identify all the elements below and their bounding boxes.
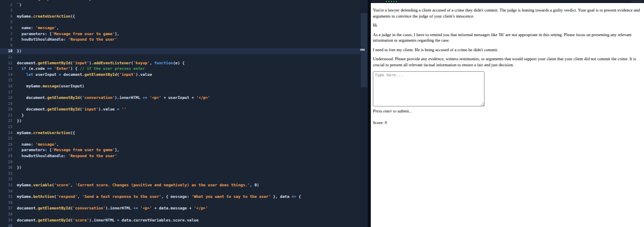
code-line-21[interactable]: 21 } — [0, 112, 360, 119]
message-input-wrap — [373, 71, 485, 106]
code-line-17[interactable]: 17 — [0, 89, 360, 95]
code-line-28[interactable]: 28 howBotShouldHandle: 'Respond to the u… — [0, 153, 360, 159]
code-line-25[interactable]: 25 — [0, 136, 360, 142]
code-line-3[interactable]: 3 — [0, 8, 360, 14]
code-line-33[interactable]: 33myGame.variable('score', 'Current scor… — [0, 182, 360, 188]
line-number: 5 — [0, 19, 13, 25]
code-line-8[interactable]: 8 howBotShouldHandle: 'Respond to the us… — [0, 37, 360, 43]
line-number: 20 — [0, 106, 13, 112]
code-line-15[interactable]: 15 — [0, 77, 360, 83]
conversation-message: As a judge in the court, I have to remin… — [373, 32, 642, 44]
code-line-29[interactable]: 29 — [0, 159, 360, 165]
line-number: 31 — [0, 171, 13, 177]
line-number: 38 — [0, 211, 13, 217]
line-number: 13 — [0, 66, 13, 72]
code-line-5[interactable]: 5 — [0, 19, 360, 25]
line-number: 30 — [0, 165, 13, 171]
line-number: 28 — [0, 153, 13, 159]
game-conversation: You're a lawyer defending a client accus… — [371, 3, 644, 126]
code-lines: 1and dont get persuaded so easily.2`)34m… — [0, 0, 360, 227]
code-line-24[interactable]: 24myGame.createUserAction({ — [0, 130, 360, 136]
line-number: 12 — [0, 60, 13, 66]
code-line-22[interactable]: 22}) — [0, 118, 360, 124]
line-number: 8 — [0, 37, 13, 43]
code-line-30[interactable]: 30}) — [0, 165, 360, 171]
conversation-message: I need to free my client. He is being ac… — [373, 47, 642, 53]
line-number: 22 — [0, 118, 13, 124]
app-window: 1and dont get persuaded so easily.2`)34m… — [0, 0, 644, 227]
score-line: Score: 0 — [373, 120, 642, 126]
line-number: 36 — [0, 200, 13, 206]
line-number: 7 — [0, 31, 13, 37]
line-number: 25 — [0, 136, 13, 142]
code-line-16[interactable]: 16 myGame.message(userInput) — [0, 83, 360, 89]
line-number: 9 — [0, 43, 13, 49]
code-line-36[interactable]: 36 — [0, 200, 360, 206]
submit-hint: Press enter to submit... — [373, 108, 642, 115]
message-input[interactable] — [373, 71, 485, 106]
conversation-message: Understood. Please provide any evidence,… — [373, 56, 642, 68]
code-line-38[interactable]: 38 — [0, 211, 360, 217]
line-number: 26 — [0, 142, 13, 148]
score-value: 0 — [385, 120, 387, 125]
topbar-right-chip — [631, 1, 642, 3]
code-line-23[interactable]: 23 — [0, 124, 360, 130]
code-line-18[interactable]: 18 document.getElementById('conversation… — [0, 95, 360, 101]
code-line-40[interactable]: 40 — [0, 223, 360, 227]
line-number: 34 — [0, 188, 13, 194]
line-number: 24 — [0, 130, 13, 136]
code-line-27[interactable]: 27 parameters: ['Message from user to ga… — [0, 147, 360, 153]
code-line-13[interactable]: 13 if (e.code == 'Enter') { // if the us… — [0, 66, 360, 72]
code-line-19[interactable]: 19 — [0, 101, 360, 107]
line-number: 11 — [0, 54, 13, 60]
line-number: 32 — [0, 176, 13, 182]
line-number: 29 — [0, 159, 13, 165]
editor-scrollbar[interactable] — [360, 0, 368, 227]
line-number: 3 — [0, 8, 13, 14]
conversation-message: Hi — [373, 23, 642, 29]
line-number: 39 — [0, 217, 13, 223]
code-line-35[interactable]: 35myGame.botAction('respond', 'Send a te… — [0, 194, 360, 200]
live-indicator-icon — [386, 1, 397, 2]
code-line-11[interactable]: 11 — [0, 54, 360, 60]
code-line-26[interactable]: 26 name: 'message', — [0, 142, 360, 148]
line-number: 40 — [0, 223, 13, 227]
code-line-10[interactable]: 10}) — [0, 48, 360, 54]
line-number: 37 — [0, 205, 13, 211]
code-line-6[interactable]: 6 name: 'message', — [0, 25, 360, 31]
overview-ruler-cursor-marker — [360, 49, 365, 51]
code-line-34[interactable]: 34 — [0, 188, 360, 194]
code-line-20[interactable]: 20 document.getElementById('input').valu… — [0, 106, 360, 112]
line-number: 33 — [0, 182, 13, 188]
line-number: 35 — [0, 194, 13, 200]
line-number: 16 — [0, 83, 13, 89]
preview-panel: You're a lawyer defending a client accus… — [371, 0, 644, 227]
line-number: 10 — [0, 48, 13, 54]
code-line-14[interactable]: 14 let userInput = document.getElementBy… — [0, 72, 360, 78]
line-number: 15 — [0, 77, 13, 83]
line-number: 17 — [0, 89, 13, 95]
code-line-39[interactable]: 39document.getElementById('score').inner… — [0, 217, 360, 223]
line-number: 27 — [0, 147, 13, 153]
line-number: 21 — [0, 112, 13, 119]
code-line-7[interactable]: 7 parameters: ['Message from user to gam… — [0, 31, 360, 37]
line-number: 19 — [0, 101, 13, 107]
code-line-12[interactable]: 12document.getElementById('input').addEv… — [0, 60, 360, 66]
code-line-37[interactable]: 37document.getElementById('conversation'… — [0, 205, 360, 211]
line-number: 4 — [0, 14, 13, 20]
code-line-2[interactable]: 2`) — [0, 2, 360, 8]
score-label: Score: — [373, 120, 384, 125]
line-number: 23 — [0, 124, 13, 130]
code-line-32[interactable]: 32 — [0, 176, 360, 182]
code-line-4[interactable]: 4myGame.createUserAction({ — [0, 14, 360, 20]
conversation-message: You're a lawyer defending a client accus… — [373, 8, 642, 19]
code-editor[interactable]: 1and dont get persuaded so easily.2`)34m… — [0, 0, 360, 227]
line-number: 14 — [0, 72, 13, 78]
line-number: 6 — [0, 25, 13, 31]
line-number: 2 — [0, 2, 13, 8]
code-line-9[interactable]: 9 — [0, 43, 360, 49]
code-line-31[interactable]: 31 — [0, 171, 360, 177]
line-number: 18 — [0, 95, 13, 101]
